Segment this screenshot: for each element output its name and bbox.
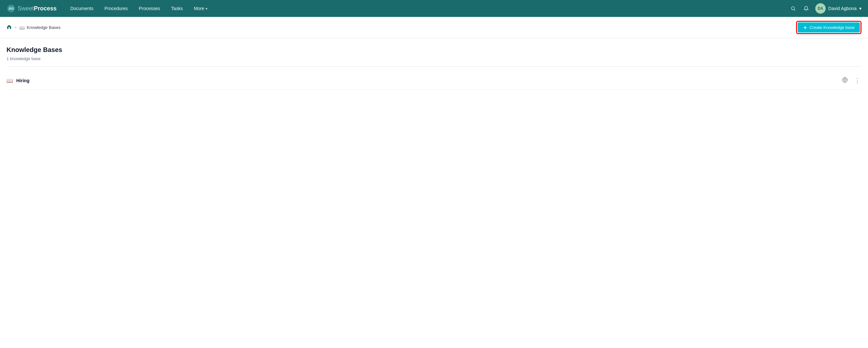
- bell-icon: [804, 6, 809, 11]
- globe-icon[interactable]: [842, 77, 848, 84]
- kb-item-name: Hiring: [16, 78, 29, 83]
- logo[interactable]: SweetProcess: [6, 4, 57, 13]
- kb-item-menu-button[interactable]: ⋮: [853, 76, 862, 85]
- sweetprocess-logo-icon: [6, 4, 16, 13]
- kb-book-icon: 📖: [6, 78, 13, 84]
- home-icon[interactable]: [6, 24, 12, 31]
- plus-icon: [803, 25, 807, 30]
- search-icon: [790, 6, 796, 11]
- knowledge-base-list: 📖 Hiring ⋮: [6, 72, 862, 90]
- navbar-left: SweetProcess Documents Procedures Proces…: [6, 4, 211, 13]
- globe-svg-icon: [842, 77, 848, 83]
- breadcrumb-separator: >: [14, 25, 17, 30]
- nav-link-more[interactable]: More ▾: [190, 4, 211, 13]
- svg-point-1: [791, 7, 794, 10]
- create-knowledge-base-button[interactable]: Create Knowledge base: [798, 23, 860, 33]
- svg-line-2: [794, 9, 795, 10]
- breadcrumb: > 📖 Knowledge Bases: [6, 24, 61, 31]
- kb-item-left: 📖 Hiring: [6, 78, 29, 84]
- main-content: Knowledge Bases 1 knowledge base 📖 Hirin…: [0, 38, 868, 348]
- nav-link-processes[interactable]: Processes: [135, 4, 164, 13]
- user-avatar: DA: [815, 3, 826, 14]
- more-chevron-icon: ▾: [206, 7, 207, 10]
- breadcrumb-current: 📖 Knowledge Bases: [19, 25, 61, 30]
- list-item: 📖 Hiring ⋮: [6, 72, 862, 90]
- notifications-button[interactable]: [802, 5, 810, 12]
- breadcrumb-book-icon: 📖: [19, 25, 25, 30]
- svg-point-0: [7, 5, 15, 12]
- create-button-highlight: Create Knowledge base: [796, 21, 862, 34]
- knowledge-base-count: 1 knowledge base: [6, 56, 862, 67]
- nav-link-tasks[interactable]: Tasks: [167, 4, 187, 13]
- navbar: SweetProcess Documents Procedures Proces…: [0, 0, 868, 17]
- nav-link-documents[interactable]: Documents: [66, 4, 97, 13]
- user-chevron-icon: ▾: [859, 6, 862, 11]
- navbar-right: DA David Agbona ▾: [789, 3, 862, 14]
- logo-text: SweetProcess: [18, 5, 57, 12]
- breadcrumb-label: Knowledge Bases: [27, 25, 61, 30]
- user-menu[interactable]: DA David Agbona ▾: [815, 3, 862, 14]
- home-svg-icon: [6, 24, 12, 30]
- page-title: Knowledge Bases: [6, 46, 862, 54]
- search-button[interactable]: [789, 5, 797, 12]
- user-name: David Agbona: [828, 6, 857, 11]
- nav-link-procedures[interactable]: Procedures: [100, 4, 132, 13]
- kb-item-right: ⋮: [842, 76, 862, 85]
- nav-links: Documents Procedures Processes Tasks Mor…: [66, 4, 211, 13]
- breadcrumb-bar: > 📖 Knowledge Bases Create Knowledge bas…: [0, 17, 868, 38]
